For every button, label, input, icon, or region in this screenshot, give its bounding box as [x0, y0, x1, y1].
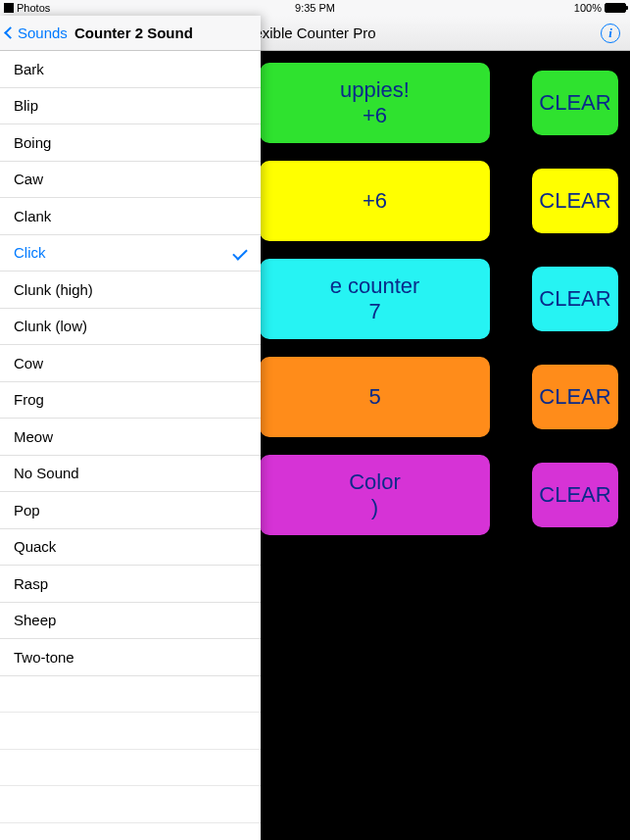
sound-option[interactable]: Meow	[0, 419, 261, 456]
sound-option-label: Pop	[14, 502, 40, 519]
sound-option[interactable]: Clunk (low)	[0, 309, 261, 346]
popover-title: Counter 2 Sound	[74, 25, 193, 41]
counter-button[interactable]: Color)	[260, 455, 490, 535]
counter-label: Color	[349, 469, 401, 495]
counter-value: )	[371, 495, 378, 520]
sound-option-label: Clank	[14, 208, 51, 224]
sound-option[interactable]: No Sound	[0, 456, 261, 493]
sound-option-label: Frog	[14, 391, 44, 408]
clear-button[interactable]: CLEAR	[532, 365, 618, 429]
clear-button[interactable]: CLEAR	[532, 71, 618, 135]
counter-label: e counter	[330, 273, 420, 299]
counter-value: 7	[368, 299, 380, 324]
sound-option[interactable]: Cow	[0, 345, 261, 382]
list-item	[0, 713, 261, 750]
popover-nav: Sounds Counter 2 Sound	[0, 16, 261, 51]
counter-button[interactable]: 5	[260, 357, 490, 437]
sound-option[interactable]: Sheep	[0, 603, 261, 640]
counter-label: uppies!	[340, 77, 410, 103]
sound-option[interactable]: Bark	[0, 51, 261, 88]
list-item	[0, 676, 261, 714]
list-item	[0, 750, 261, 787]
sound-option-label: No Sound	[14, 465, 79, 481]
back-button[interactable]: Sounds	[6, 25, 68, 41]
counter-value: 5	[368, 384, 380, 410]
back-to-app-label[interactable]: Photos	[17, 2, 50, 14]
counter-button[interactable]: uppies!+6	[260, 63, 490, 143]
sound-option[interactable]: Clunk (high)	[0, 272, 261, 309]
sound-popover: Sounds Counter 2 Sound BarkBlipBoingCawC…	[0, 16, 261, 840]
battery-icon	[605, 3, 626, 13]
sound-option-label: Bark	[14, 61, 44, 77]
status-bar: Photos 9:35 PM 100%	[0, 0, 630, 16]
counter-value: +6	[363, 103, 387, 128]
app-title: exible Counter Pro	[254, 25, 375, 41]
sound-option-label: Meow	[14, 428, 53, 445]
sound-option-label: Cow	[14, 355, 43, 371]
sound-option[interactable]: Frog	[0, 382, 261, 420]
sound-option[interactable]: Two-tone	[0, 639, 261, 676]
sound-option[interactable]: Click	[0, 235, 261, 272]
clear-button[interactable]: CLEAR	[532, 267, 618, 331]
sound-option-label: Clunk (low)	[14, 318, 87, 334]
sound-option-label: Quack	[14, 538, 56, 555]
sound-option-label: Blip	[14, 97, 38, 114]
sound-option[interactable]: Clank	[0, 198, 261, 235]
sound-option[interactable]: Pop	[0, 492, 261, 529]
sound-option[interactable]: Blip	[0, 88, 261, 125]
sound-option[interactable]: Quack	[0, 529, 261, 567]
checkmark-icon	[232, 245, 248, 261]
sound-option[interactable]: Rasp	[0, 566, 261, 603]
back-label: Sounds	[18, 25, 68, 41]
counter-button[interactable]: +6	[260, 161, 490, 241]
sound-option-label: Caw	[14, 171, 43, 187]
clear-button[interactable]: CLEAR	[532, 169, 618, 233]
list-item	[0, 786, 261, 823]
sound-option-label: Click	[14, 244, 46, 261]
chevron-left-icon	[4, 26, 17, 39]
status-time: 9:35 PM	[0, 2, 630, 14]
sound-option-label: Two-tone	[14, 649, 74, 666]
sound-option-label: Clunk (high)	[14, 281, 93, 298]
sound-option[interactable]: Caw	[0, 162, 261, 199]
info-icon[interactable]: i	[601, 24, 620, 43]
sound-option-label: Boing	[14, 134, 51, 151]
back-to-app-icon[interactable]	[4, 3, 14, 13]
sound-option-label: Sheep	[14, 612, 56, 628]
counter-value: +6	[363, 188, 387, 214]
clear-button[interactable]: CLEAR	[532, 463, 618, 527]
battery-percent: 100%	[574, 2, 602, 14]
sound-option[interactable]: Boing	[0, 124, 261, 162]
sound-list[interactable]: BarkBlipBoingCawClankClickClunk (high)Cl…	[0, 51, 261, 840]
sound-option-label: Rasp	[14, 575, 48, 592]
counter-button[interactable]: e counter7	[260, 259, 490, 339]
